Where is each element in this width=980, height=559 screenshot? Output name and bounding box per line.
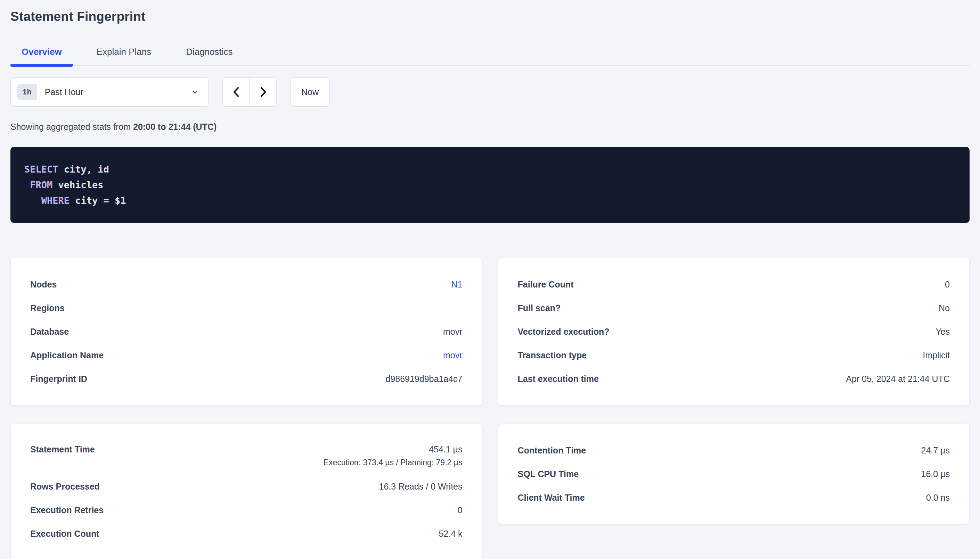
statement-timing-card: Statement Time 454.1 µs Execution: 373.4… — [10, 423, 483, 559]
stat-value: d986919d9ba1a4c7 — [385, 374, 462, 384]
sql-line: SELECT city, id — [24, 162, 956, 177]
time-range-dropdown[interactable]: 1h Past Hour — [10, 78, 209, 107]
stat-row-fingerprint-id: Fingerprint ID d986919d9ba1a4c7 — [30, 367, 463, 390]
stat-value: Implicit — [923, 350, 950, 361]
stat-label: Fingerprint ID — [30, 374, 87, 384]
statement-time-values: 454.1 µs Execution: 373.4 µs / Planning:… — [323, 445, 463, 467]
stat-row-database: Database movr — [30, 320, 463, 343]
stat-value: 16.3 Reads / 0 Writes — [379, 481, 463, 492]
stat-label: Nodes — [30, 280, 56, 289]
stat-row-last-execution-time: Last execution time Apr 05, 2024 at 21:4… — [518, 367, 950, 390]
stat-row-execution-count: Execution Count 52.4 k — [30, 522, 463, 546]
stat-label: Last execution time — [518, 374, 599, 384]
stat-row-nodes: Nodes N1 — [30, 273, 463, 296]
stat-label: Statement Time — [30, 445, 95, 455]
execution-attributes-card: Failure Count 0 Full scan? No Vectorized… — [498, 258, 970, 405]
sql-line: WHERE city = $1 — [24, 193, 956, 208]
stat-row-full-scan: Full scan? No — [518, 296, 950, 320]
stat-subvalue: Execution: 373.4 µs / Planning: 79.2 µs — [323, 458, 463, 467]
stat-row-sql-cpu-time: SQL CPU Time 16.0 µs — [518, 462, 950, 486]
caption-prefix: Showing aggregated stats from — [10, 122, 133, 132]
stat-row-client-wait-time: Client Wait Time 0.0 ns — [518, 486, 950, 509]
chevron-left-icon — [231, 86, 242, 98]
stat-row-application-name: Application Name movr — [30, 343, 463, 367]
stat-label: Contention Time — [518, 445, 586, 456]
next-interval-button[interactable] — [250, 78, 276, 106]
stat-label: Database — [30, 327, 69, 337]
time-range-badge: 1h — [17, 84, 37, 100]
time-range-label: Past Hour — [45, 87, 191, 97]
stat-label: Client Wait Time — [518, 493, 585, 503]
stat-value: 0 — [945, 280, 950, 289]
overview-details-card: Nodes N1 Regions Database movr Applicati… — [10, 258, 483, 405]
stat-value: No — [939, 303, 950, 313]
tab-overview[interactable]: Overview — [10, 42, 73, 65]
sql-line: FROM vehicles — [24, 177, 956, 193]
chevron-down-icon — [191, 88, 199, 96]
page-title: Statement Fingerprint — [10, 8, 970, 25]
tab-explain-plans[interactable]: Explain Plans — [86, 42, 163, 65]
wait-times-card: Contention Time 24.7 µs SQL CPU Time 16.… — [498, 423, 970, 524]
sql-statement-box: SELECT city, id FROM vehicles WHERE city… — [10, 147, 970, 223]
aggregated-stats-caption: Showing aggregated stats from 20:00 to 2… — [10, 121, 970, 132]
stat-row-contention-time: Contention Time 24.7 µs — [518, 438, 950, 462]
stat-row-statement-time: Statement Time 454.1 µs Execution: 373.4… — [30, 438, 463, 475]
stat-label: Failure Count — [518, 280, 574, 289]
tab-diagnostics-label: Diagnostics — [186, 46, 232, 57]
stat-label: Vectorized execution? — [518, 327, 610, 337]
stat-value: movr — [443, 327, 463, 337]
stat-row-rows-processed: Rows Processed 16.3 Reads / 0 Writes — [30, 475, 463, 498]
stat-value: 24.7 µs — [921, 445, 950, 456]
application-name-link[interactable]: movr — [443, 350, 463, 361]
tab-overview-label: Overview — [22, 46, 62, 57]
time-picker-toolbar: 1h Past Hour — [10, 78, 970, 107]
previous-interval-button[interactable] — [223, 78, 250, 106]
stat-label: Execution Retries — [30, 505, 104, 515]
stat-value: Apr 05, 2024 at 21:44 UTC — [846, 374, 950, 384]
stat-value: 0 — [458, 505, 463, 515]
stat-value: 0.0 ns — [926, 493, 950, 503]
stat-value: 454.1 µs — [429, 445, 462, 455]
stats-cards-grid: Nodes N1 Regions Database movr Applicati… — [10, 258, 970, 559]
stat-value: 16.0 µs — [921, 469, 950, 479]
stat-label: Transaction type — [518, 350, 587, 361]
stat-label: Application Name — [30, 350, 104, 361]
stat-row-regions: Regions — [30, 296, 463, 320]
stat-row-vectorized-execution: Vectorized execution? Yes — [518, 320, 950, 343]
stat-label: SQL CPU Time — [518, 469, 579, 479]
stat-value: Yes — [935, 327, 950, 337]
now-button[interactable]: Now — [290, 78, 330, 107]
stat-row-transaction-type: Transaction type Implicit — [518, 343, 950, 367]
tab-bar: Overview Explain Plans Diagnostics — [10, 42, 970, 66]
statement-fingerprint-page: Statement Fingerprint Overview Explain P… — [0, 0, 980, 559]
stat-row-execution-retries: Execution Retries 0 — [30, 498, 463, 522]
stat-row-failure-count: Failure Count 0 — [518, 273, 950, 296]
chevron-right-icon — [258, 86, 268, 98]
nodes-link[interactable]: N1 — [451, 280, 463, 289]
tab-explain-plans-label: Explain Plans — [96, 46, 151, 57]
stat-label: Rows Processed — [30, 481, 100, 492]
stat-label: Full scan? — [518, 303, 561, 313]
stat-label: Regions — [30, 303, 65, 313]
time-step-buttons — [222, 78, 277, 107]
tab-diagnostics[interactable]: Diagnostics — [175, 42, 244, 65]
stat-value: 52.4 k — [439, 529, 462, 539]
caption-time-range: 20:00 to 21:44 (UTC) — [133, 122, 217, 132]
stat-label: Execution Count — [30, 529, 99, 539]
